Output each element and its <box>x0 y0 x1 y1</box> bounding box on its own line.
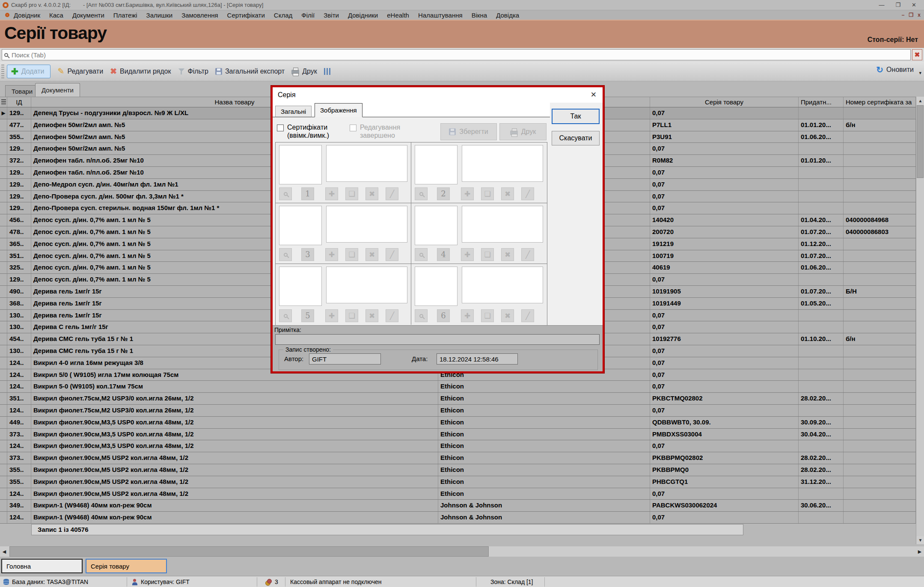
cell-id: 349.. <box>7 500 31 511</box>
menu-item-Залишки[interactable]: Залишки <box>146 12 173 19</box>
add-image-button: ✚ <box>325 187 338 200</box>
cell-certificate <box>844 191 916 202</box>
menu-item-eHealth[interactable]: eHealth <box>387 12 409 19</box>
certificates-checkbox[interactable]: Сертифікати (ввімк./вимк.) <box>277 123 341 139</box>
delete-row-button[interactable]: ✖ Видалити рядок <box>110 66 171 76</box>
tab-tovary[interactable]: Товари <box>5 85 39 97</box>
menu-item-Звіти[interactable]: Звіти <box>324 12 339 19</box>
cell-id: 355.. <box>7 464 31 476</box>
cell-manufacturer: Ethicon <box>438 452 650 464</box>
refresh-button[interactable]: ↻ Оновити <box>876 65 914 75</box>
menu-item-Налаштування[interactable]: Налаштування <box>418 12 463 19</box>
table-row[interactable]: 373..Викрил фиолет.90см,М3,5 USP0 кол.иг… <box>0 429 916 441</box>
export-button[interactable]: Загальний експорт <box>215 68 285 75</box>
menu-item-Філії[interactable]: Філії <box>301 12 315 19</box>
row-indicator <box>0 393 7 404</box>
table-row[interactable]: 355..Викрил фиолет.90см,М5 USP2 кол.игла… <box>0 476 916 488</box>
restore-window-button[interactable]: ❐ <box>895 2 900 8</box>
cell-certificate <box>844 131 916 143</box>
cell-certificate <box>844 476 916 488</box>
window-tab-home[interactable]: Головна <box>1 559 83 573</box>
edit-button[interactable]: ✎ Редагувати <box>57 66 103 76</box>
image-number-button: 6 <box>437 309 450 322</box>
menu-items: ДовідникКасаДокументиПлатежіЗалишкиЗамов… <box>14 12 519 19</box>
print-button[interactable]: Друк <box>291 68 317 75</box>
status-database: База даних: TASA3@TITAN <box>3 576 88 587</box>
dialog-tab-general[interactable]: Загальні <box>275 106 312 117</box>
add-button[interactable]: ✚ Додати <box>7 65 51 78</box>
column-header-certificate[interactable]: Номер сертифіката за <box>844 97 916 107</box>
table-row[interactable]: 449..Викрил фиолет.90см,М3,5 USP0 кол.иг… <box>0 417 916 429</box>
table-row[interactable]: 124..Викрил 5-0 (W9105) кол.17мм 75смEth… <box>0 381 916 393</box>
magnifier-icon <box>284 253 288 257</box>
scroll-left-arrow[interactable]: ◀ <box>0 546 9 557</box>
minimize-window-button[interactable]: — <box>879 2 884 8</box>
cell-expiry <box>799 345 844 357</box>
scroll-down-arrow[interactable]: ▼ <box>916 536 924 544</box>
tab-dokumenty[interactable]: Документи <box>35 83 80 97</box>
ok-button[interactable]: Так <box>552 109 600 124</box>
table-row[interactable]: 351..Викрил фиолет.75см,М2 USP3/0 кол.иг… <box>0 393 916 405</box>
toolbar-grip[interactable] <box>1 65 4 78</box>
add-image-button: ✚ <box>325 309 338 322</box>
date-field[interactable] <box>437 353 518 365</box>
dialog-close-icon[interactable]: ✕ <box>591 90 597 99</box>
table-row[interactable]: 349..Викрил-1 (W9468) 40мм кол-реж 90смJ… <box>0 500 916 512</box>
app-menu-icon[interactable] <box>5 13 9 17</box>
status-separator <box>476 577 476 587</box>
magnifier-icon <box>419 192 423 196</box>
status-counter: 3 <box>265 576 278 587</box>
scroll-right-arrow[interactable]: ▶ <box>915 546 924 557</box>
table-row[interactable]: 124..Викрил фиолет.90см,М5 USP2 кол.игла… <box>0 488 916 500</box>
scan-image-button: ❏ <box>345 187 358 200</box>
close-window-button[interactable]: ✕ <box>912 2 916 8</box>
image-slot-buttons: 6✚❏✖╱ <box>415 309 534 322</box>
row-indicator <box>0 345 7 357</box>
export-icon <box>215 68 222 75</box>
table-row[interactable]: 124..Викрил фиолет.90см,М3,5 USP0 кол.иг… <box>0 440 916 452</box>
cell-id: 130.. <box>7 345 31 357</box>
menu-item-Довідник[interactable]: Довідник <box>14 12 40 19</box>
cell-manufacturer: Ethicon <box>438 476 650 488</box>
row-indicator-header[interactable] <box>0 97 7 107</box>
author-field[interactable] <box>309 353 381 365</box>
dialog-tab-images[interactable]: Зображення <box>315 103 362 117</box>
menu-item-Платежі[interactable]: Платежі <box>113 12 137 19</box>
horizontal-scroll-thumb[interactable] <box>9 546 489 557</box>
filter-button[interactable]: Фільтр <box>178 68 208 75</box>
menu-item-Каса[interactable]: Каса <box>49 12 63 19</box>
menu-item-Замовлення[interactable]: Замовлення <box>181 12 218 19</box>
window-tab-series[interactable]: Серія товару <box>86 559 167 573</box>
search-input[interactable] <box>11 51 910 59</box>
menu-item-Сертифікати[interactable]: Сертифікати <box>227 12 265 19</box>
column-header-expiry[interactable]: Придатн... <box>799 97 844 107</box>
scroll-up-arrow[interactable]: ▲ <box>916 97 924 105</box>
menu-item-Документи[interactable]: Документи <box>72 12 104 19</box>
refresh-dropdown-caret[interactable]: ▾ <box>919 70 921 76</box>
columns-button[interactable] <box>324 68 330 75</box>
horizontal-scrollbar[interactable]: ◀ ▶ <box>0 546 924 557</box>
table-row[interactable]: 124..Викрил фиолет.75см,М2 USP3/0 кол.иг… <box>0 405 916 417</box>
menu-item-Довідка[interactable]: Довідка <box>496 12 519 19</box>
zoom-image-button <box>279 309 292 322</box>
note-input[interactable] <box>275 334 600 345</box>
column-header-series[interactable]: Серія товару <box>650 97 799 107</box>
table-row[interactable]: 373..Викрил фиолет.90см,М5 USP2 кол.игла… <box>0 452 916 464</box>
table-row[interactable]: 124..Викрил-1 (W9468) 40мм кол-реж 90смJ… <box>0 512 916 524</box>
menu-item-Склад[interactable]: Склад <box>274 12 292 19</box>
table-row[interactable]: 355..Викрил фиолет.90см,М5 USP2 кол.игла… <box>0 464 916 476</box>
column-header-id[interactable]: ІД <box>7 97 31 107</box>
vertical-scroll-thumb[interactable] <box>917 105 924 178</box>
image-preview-panel <box>462 206 543 243</box>
mdi-close-button[interactable]: x <box>918 12 921 18</box>
printer-icon <box>510 130 518 135</box>
menu-item-Довідники[interactable]: Довідники <box>348 12 378 19</box>
vertical-scrollbar[interactable]: ▲ ▼ <box>916 97 924 544</box>
cell-series: 0,07 <box>650 274 799 285</box>
cancel-button[interactable]: Скасувати <box>552 131 600 145</box>
mdi-minimize-button[interactable]: – <box>902 12 905 18</box>
cell-id: 325.. <box>7 262 31 273</box>
menu-item-Вікна[interactable]: Вікна <box>472 12 487 19</box>
search-clear-button[interactable]: ✖ <box>912 49 922 60</box>
mdi-restore-button[interactable]: ❐ <box>909 12 914 18</box>
